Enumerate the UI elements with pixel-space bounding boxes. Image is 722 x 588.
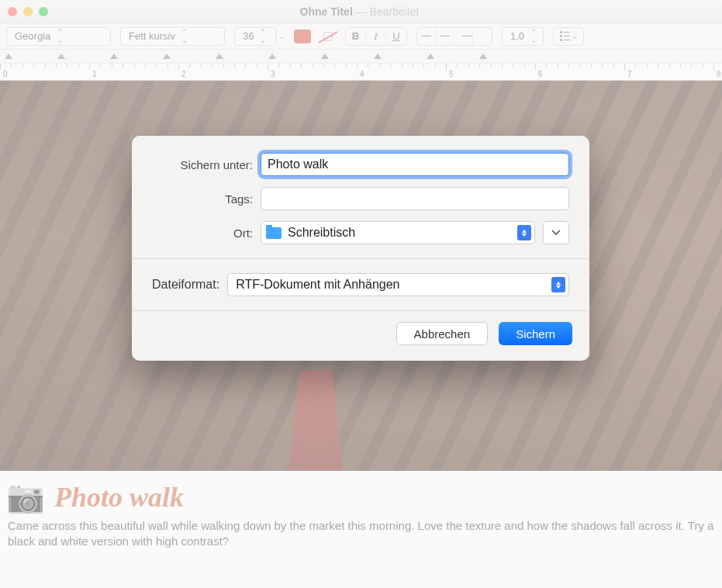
- save-as-input[interactable]: [261, 153, 569, 176]
- file-format-select[interactable]: RTF-Dokument mit Anhängen: [227, 273, 569, 296]
- tags-label: Tags:: [152, 192, 253, 206]
- folder-icon: [266, 227, 282, 239]
- popup-chevrons-icon: [517, 225, 531, 240]
- cancel-button[interactable]: Abbrechen: [396, 322, 489, 345]
- chevron-down-icon: [551, 230, 561, 236]
- location-select[interactable]: Schreibtisch: [261, 221, 535, 244]
- file-format-value: RTF-Dokument mit Anhängen: [236, 278, 399, 292]
- location-value: Schreibtisch: [288, 226, 355, 240]
- expand-dialog-button[interactable]: [543, 221, 569, 244]
- save-button[interactable]: Sichern: [499, 322, 572, 345]
- save-dialog: Sichern unter: Tags: Ort: Schreibtisch D…: [132, 136, 589, 361]
- location-label: Ort:: [152, 227, 253, 240]
- file-format-label: Dateiformat:: [152, 278, 219, 292]
- tags-input[interactable]: [261, 187, 569, 210]
- popup-chevrons-icon: [551, 277, 565, 292]
- save-as-label: Sichern unter:: [152, 158, 253, 171]
